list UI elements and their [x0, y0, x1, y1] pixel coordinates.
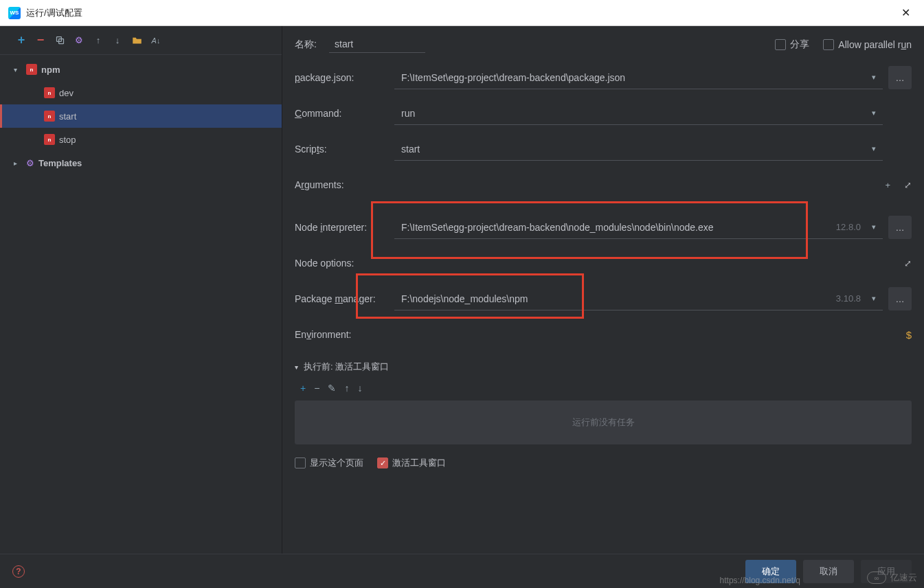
- expand-icon[interactable]: ⤢: [904, 180, 912, 190]
- tree-label: start: [59, 111, 76, 122]
- tree-label: dev: [59, 88, 74, 98]
- name-input[interactable]: start: [329, 36, 425, 53]
- npm-icon: n: [26, 64, 37, 75]
- add-icon[interactable]: +: [14, 33, 29, 48]
- remove-icon[interactable]: −: [314, 383, 319, 394]
- chevron-down-icon: ▾: [295, 363, 298, 371]
- command-label: Command:: [295, 108, 394, 119]
- before-run-header[interactable]: ▾ 执行前: 激活工具窗口: [295, 361, 912, 373]
- help-icon[interactable]: ?: [12, 565, 25, 578]
- main-area: + − ⚙ ↑ ↓ A↓ ▾ n npm n dev n start: [0, 26, 924, 554]
- config-tree: ▾ n npm n dev n start n stop ▸ ⚙ Templat…: [0, 55, 282, 554]
- package-json-label: package.json:: [295, 72, 394, 83]
- expand-icon[interactable]: ⤢: [904, 258, 912, 269]
- package-manager-label: Package manager:: [295, 293, 394, 304]
- command-select[interactable]: run: [394, 102, 883, 125]
- cloud-icon: ∞: [867, 572, 886, 584]
- add-icon[interactable]: +: [885, 180, 890, 190]
- tree-label: Templates: [38, 158, 82, 168]
- watermark: ∞ 亿速云: [867, 572, 917, 584]
- scripts-label: Scripts:: [295, 144, 394, 155]
- sort-icon[interactable]: A↓: [148, 33, 164, 48]
- node-interpreter-label: Node interpreter:: [295, 222, 394, 233]
- npm-icon: n: [44, 134, 55, 145]
- empty-tasks-placeholder: 运行前没有任务: [295, 400, 912, 444]
- tree-npm-group[interactable]: ▾ n npm: [0, 58, 282, 81]
- scripts-select[interactable]: start: [394, 137, 883, 161]
- share-checkbox[interactable]: 分享: [775, 38, 809, 51]
- tree-label: stop: [59, 135, 76, 145]
- gear-icon[interactable]: ⚙: [71, 33, 87, 48]
- folder-icon[interactable]: [129, 33, 144, 48]
- app-icon: WS: [8, 7, 21, 19]
- tree-item-stop[interactable]: n stop: [0, 128, 282, 151]
- config-form: 名称: start 分享 Allow parallel run package.…: [282, 26, 924, 554]
- package-json-input[interactable]: F:\ItemSet\egg-project\dream-backend\pac…: [394, 66, 883, 89]
- chevron-right-icon: ▸: [14, 159, 22, 167]
- sidebar-toolbar: + − ⚙ ↑ ↓ A↓: [0, 26, 282, 55]
- down-icon[interactable]: ↓: [110, 33, 125, 48]
- node-version: 12.8.0: [836, 222, 861, 232]
- dollar-icon[interactable]: $: [906, 329, 912, 341]
- name-label: 名称:: [295, 38, 329, 51]
- node-interpreter-input[interactable]: F:\ItemSet\egg-project\dream-backend\nod…: [394, 216, 883, 239]
- add-icon[interactable]: +: [300, 383, 306, 394]
- chevron-down-icon: ▾: [14, 66, 22, 74]
- npm-icon: n: [44, 111, 55, 122]
- tree-templates[interactable]: ▸ ⚙ Templates: [0, 151, 282, 174]
- package-manager-input[interactable]: F:\nodejs\node_modules\npm3.10.8: [394, 287, 883, 310]
- down-icon[interactable]: ↓: [357, 383, 362, 394]
- cancel-button[interactable]: 取消: [803, 560, 854, 583]
- npm-icon: n: [44, 87, 55, 98]
- before-run-section: ▾ 执行前: 激活工具窗口 + − ✎ ↑ ↓ 运行前没有任务 显示这个页面 ✓…: [295, 361, 912, 469]
- tree-label: npm: [41, 65, 60, 75]
- close-icon[interactable]: ✕: [896, 3, 916, 22]
- copy-icon[interactable]: [52, 33, 67, 48]
- node-options-label: Node options:: [295, 258, 394, 269]
- npm-version: 3.10.8: [836, 293, 861, 304]
- browse-button[interactable]: …: [888, 216, 912, 239]
- up-icon[interactable]: ↑: [344, 383, 349, 394]
- remove-icon[interactable]: −: [33, 33, 48, 48]
- up-icon[interactable]: ↑: [91, 33, 106, 48]
- arguments-label: Arguments:: [295, 179, 394, 190]
- environment-label: Environment:: [295, 329, 394, 340]
- tree-item-start[interactable]: n start: [0, 104, 282, 128]
- activate-window-checkbox[interactable]: ✓激活工具窗口: [377, 457, 446, 469]
- parallel-run-checkbox[interactable]: Allow parallel run: [823, 39, 912, 50]
- browse-button[interactable]: …: [888, 66, 912, 89]
- sidebar: + − ⚙ ↑ ↓ A↓ ▾ n npm n dev n start: [0, 26, 282, 554]
- browse-button[interactable]: …: [888, 287, 912, 310]
- source-url: https://blog.csdn.net/q: [720, 576, 800, 585]
- gear-icon: ⚙: [26, 158, 34, 168]
- edit-icon[interactable]: ✎: [328, 383, 336, 394]
- tree-item-dev[interactable]: n dev: [0, 81, 282, 104]
- titlebar: WS 运行/调试配置 ✕: [0, 0, 924, 26]
- show-page-checkbox[interactable]: 显示这个页面: [295, 457, 363, 469]
- window-title: 运行/调试配置: [26, 7, 82, 19]
